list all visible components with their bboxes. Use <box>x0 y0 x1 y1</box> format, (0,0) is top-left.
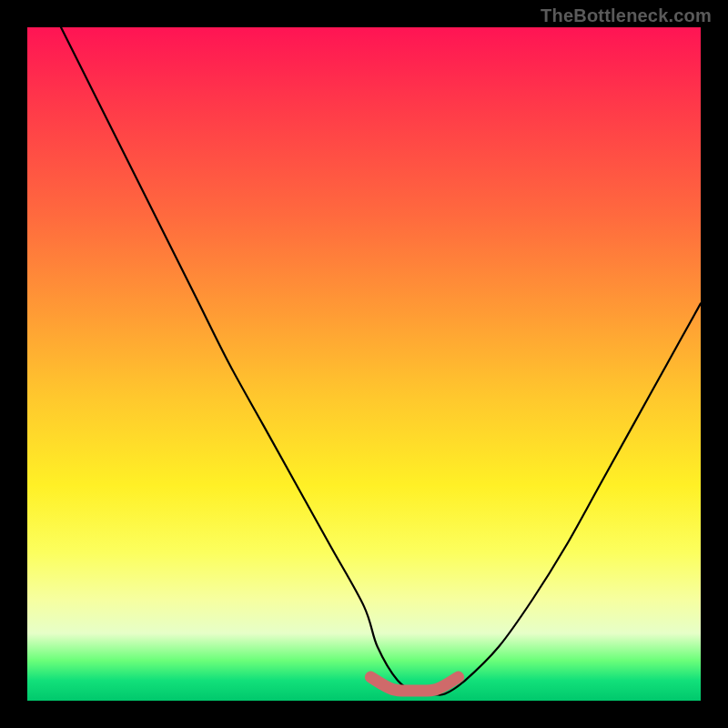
chart-frame: TheBottleneck.com <box>0 0 728 728</box>
curve-overlay <box>27 27 701 701</box>
plot-area <box>27 27 701 701</box>
trough-highlight <box>370 677 458 691</box>
watermark-text: TheBottleneck.com <box>541 5 712 26</box>
bottleneck-curve <box>61 27 701 695</box>
